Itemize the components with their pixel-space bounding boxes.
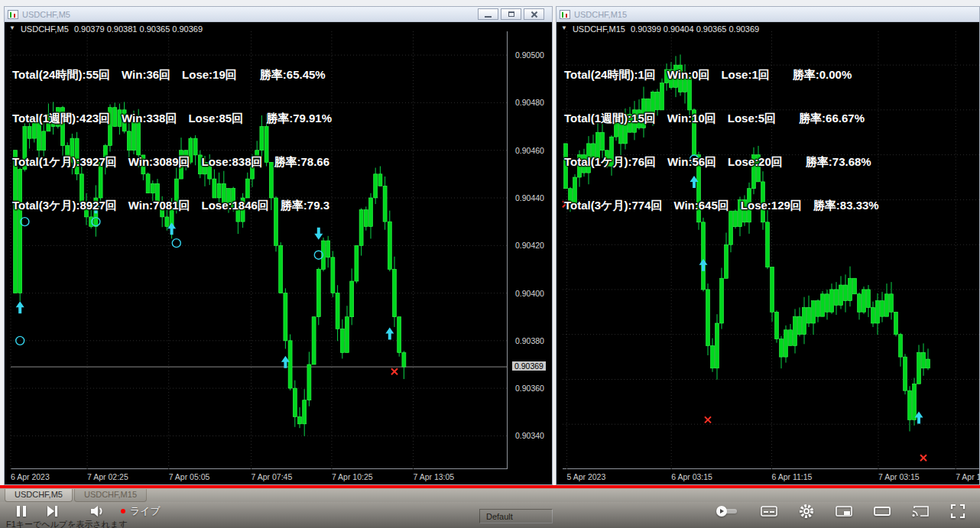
- price-axis: 0.905000.904800.904600.904400.904200.904…: [509, 31, 552, 469]
- price-axis-label: 0.90400: [515, 289, 544, 298]
- chart-area-m15[interactable]: ▼ USDCHF,M15 0.90399 0.90404 0.90365 0.9…: [557, 22, 979, 484]
- volume-button[interactable]: [89, 504, 105, 519]
- time-axis-label: 7 Apr 02:25: [87, 472, 128, 481]
- time-axis-label: 6 Apr 2023: [11, 472, 50, 481]
- price-axis-label: 0.90440: [515, 193, 544, 202]
- chart-area-m5[interactable]: ▼ USDCHF,M5 0.90379 0.90381 0.90365 0.90…: [5, 22, 552, 484]
- window-title: USDCHF,M5: [22, 10, 474, 19]
- price-axis-label: 0.90500: [515, 50, 544, 60]
- chart-window-icon: [8, 10, 18, 19]
- restore-icon: [508, 11, 514, 17]
- close-icon: [531, 11, 537, 18]
- settings-gear-icon[interactable]: [798, 503, 815, 520]
- window-title: USDCHF,M15: [574, 10, 976, 19]
- theater-mode-icon[interactable]: [873, 504, 891, 518]
- time-axis-label: 6 Apr 03:15: [671, 472, 712, 481]
- minimize-icon: [485, 16, 492, 18]
- chart-window-m5: USDCHF,M5 ▼ USDCHF,M5 0.90379 0.90381 0.…: [4, 6, 553, 485]
- video-controls: ライブ: [0, 496, 980, 526]
- chart-ohlc: 0.90379 0.90381 0.90365 0.90369: [74, 24, 203, 34]
- titlebar-m5[interactable]: USDCHF,M5: [5, 7, 552, 22]
- time-axis-label: 5 Apr 2023: [566, 472, 605, 481]
- chart-ohlc: 0.90399 0.90404 0.90365 0.90369: [631, 24, 759, 34]
- time-axis-label: 7 Apr 05:05: [169, 472, 210, 481]
- price-axis-label: 0.90360: [515, 384, 544, 393]
- player-left-controls: ライブ: [14, 504, 176, 519]
- minimize-button[interactable]: [478, 8, 498, 20]
- stats-line: Total(1ケ月):3927回 Win:3089回 Lose:838回 勝率:…: [12, 154, 332, 169]
- stats-line: Total(24時間):1回 Win:0回 Lose:1回 勝率:0.00%: [564, 67, 879, 82]
- cast-icon[interactable]: [911, 504, 930, 518]
- stats-line: Total(1週間):15回 Win:10回 Lose:5回 勝率:66.67%: [564, 111, 879, 125]
- titlebar-m15[interactable]: USDCHF,M15: [557, 7, 979, 22]
- screen: USDCHF,M5 ▼ USDCHF,M5 0.90379 0.90381 0.…: [0, 0, 980, 528]
- stats-line: Total(1週間):423回 Win:338回 Lose:85回 勝率:79.…: [12, 111, 332, 125]
- chart-window-m15: USDCHF,M15 ▼ USDCHF,M15 0.90399 0.90404 …: [556, 6, 980, 485]
- time-axis-label: 7 Apr 13:05: [414, 472, 455, 481]
- chevron-down-icon[interactable]: ▼: [9, 24, 15, 34]
- window-controls: [478, 8, 544, 20]
- miniplayer-icon[interactable]: [835, 504, 853, 518]
- price-axis-label: 0.90380: [515, 336, 544, 345]
- stats-line: Total(1ケ月):76回 Win:56回 Lose:20回 勝率:73.68…: [564, 154, 879, 169]
- player-right-controls: [694, 503, 966, 520]
- close-button[interactable]: [524, 8, 544, 20]
- time-axis: 6 Apr 20237 Apr 02:257 Apr 05:057 Apr 07…: [11, 472, 508, 484]
- chevron-down-icon[interactable]: ▼: [561, 24, 567, 34]
- stats-line: Total(3ケ月):774回 Win:645回 Lose:129回 勝率:83…: [564, 198, 879, 212]
- chart-window-icon: [560, 10, 570, 19]
- stats-overlay: Total(24時間):55回 Win:36回 Lose:19回 勝率:65.4…: [12, 38, 332, 241]
- price-axis-label: 0.90480: [515, 98, 544, 107]
- chart-symbol: USDCHF,M15: [573, 24, 625, 34]
- time-axis-label: 7 Apr 11:15: [956, 472, 979, 481]
- stats-overlay: Total(24時間):1回 Win:0回 Lose:1回 勝率:0.00% T…: [564, 38, 879, 241]
- time-axis-label: 7 Apr 10:25: [332, 472, 373, 481]
- pause-button[interactable]: [14, 504, 29, 519]
- chart-header: ▼ USDCHF,M15 0.90399 0.90404 0.90365 0.9…: [561, 24, 759, 34]
- autoplay-toggle[interactable]: [714, 505, 740, 517]
- stats-line: Total(3ケ月):8927回 Win:7081回 Lose:1846回 勝率…: [12, 198, 332, 212]
- live-label: ライブ: [130, 504, 161, 518]
- chart-symbol: USDCHF,M5: [21, 24, 69, 34]
- stats-line: Total(24時間):55回 Win:36回 Lose:19回 勝率:65.4…: [12, 67, 332, 82]
- subtitles-icon[interactable]: [760, 504, 778, 518]
- price-axis-label: 0.90420: [515, 241, 544, 250]
- live-dot-icon: [121, 509, 125, 513]
- price-axis-label: 0.90340: [515, 431, 544, 440]
- current-price-tag: 0.90369: [512, 361, 546, 371]
- time-axis-label: 7 Apr 07:45: [251, 472, 293, 481]
- next-button[interactable]: [44, 504, 60, 519]
- live-badge[interactable]: ライブ: [121, 504, 161, 518]
- time-axis: 5 Apr 20236 Apr 03:156 Apr 11:157 Apr 03…: [563, 472, 979, 484]
- time-axis-label: 6 Apr 11:15: [772, 472, 813, 481]
- price-axis-label: 0.90460: [515, 146, 544, 155]
- restore-button[interactable]: [501, 8, 521, 20]
- fullscreen-icon[interactable]: [949, 503, 966, 520]
- chart-header: ▼ USDCHF,M5 0.90379 0.90381 0.90365 0.90…: [9, 24, 203, 34]
- time-axis-label: 7 Apr 03:15: [878, 472, 920, 481]
- video-progress-bar[interactable]: [0, 485, 980, 488]
